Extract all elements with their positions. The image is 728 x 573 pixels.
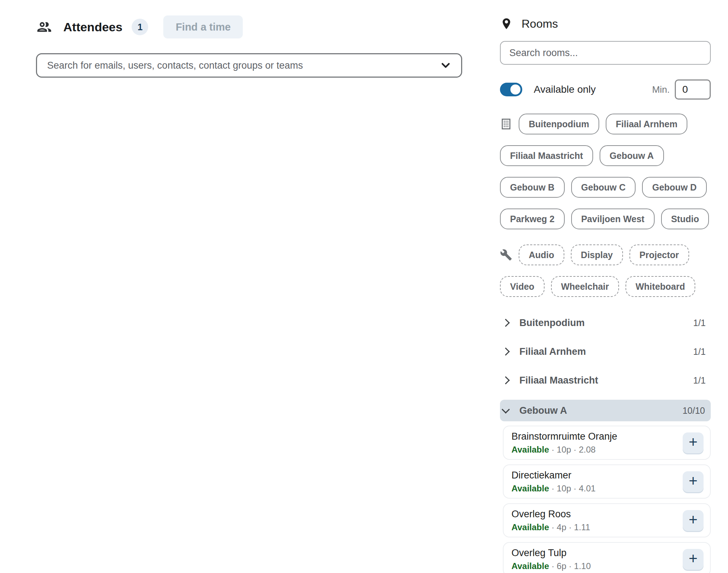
chip-label: Gebouw B (510, 182, 555, 193)
add-room-button[interactable]: + (683, 510, 704, 531)
chip-label: Studio (671, 214, 699, 224)
chip-label: Parkweg 2 (510, 214, 555, 224)
min-capacity-input[interactable] (675, 79, 711, 100)
group-name: Filiaal Maastricht (519, 375, 598, 386)
available-only-label: Available only (534, 84, 596, 95)
feature-filter-chip[interactable]: Projector (629, 244, 689, 265)
people-icon (36, 19, 53, 35)
room-card: Brainstormruimte Oranje Available · 10p … (503, 426, 711, 460)
building-filter-chip[interactable]: Studio (661, 208, 709, 229)
room-group-row[interactable]: Gebouw A 10/10 (500, 400, 711, 421)
feature-filters: Audio Display Projector Video Wheelchair… (500, 244, 711, 297)
room-name: Overleg Roos (511, 509, 702, 520)
chip-label: Gebouw A (610, 151, 654, 161)
room-cards-list: Brainstormruimte Oranje Available · 10p … (500, 426, 711, 573)
chip-label: Filiaal Maastricht (510, 151, 583, 161)
room-group-row[interactable]: Filiaal Maastricht 1/1 (500, 371, 711, 390)
room-card: Overleg Roos Available · 4p · 1.11 + (503, 503, 711, 537)
chip-label: Buitenpodium (529, 119, 589, 129)
group-count: 1/1 (693, 347, 706, 357)
room-meta: Available · 4p · 1.11 (511, 522, 702, 532)
feature-filter-chip[interactable]: Wheelchair (551, 276, 619, 297)
chip-label: Whiteboard (636, 281, 685, 292)
room-group-row[interactable]: Filiaal Arnhem 1/1 (500, 342, 711, 361)
building-filters: Buitenpodium Filiaal Arnhem Filiaal Maas… (500, 114, 711, 229)
building-filter-chip[interactable]: Gebouw A (600, 145, 664, 166)
attendee-search-input[interactable] (36, 53, 462, 78)
room-details: · 6p · 1.10 (549, 561, 591, 571)
room-groups-list: Buitenpodium 1/1 Filiaal Arnhem 1/1 Fili… (500, 313, 711, 573)
chevron-icon (502, 319, 510, 327)
group-name: Filiaal Arnhem (519, 346, 586, 357)
group-count: 10/10 (682, 405, 705, 416)
feature-filter-chip[interactable]: Whiteboard (625, 276, 695, 297)
find-a-time-button[interactable]: Find a time (163, 15, 243, 38)
room-details: · 10p · 2.08 (549, 445, 596, 454)
room-details: · 4p · 1.11 (549, 522, 590, 532)
attendees-count-badge: 1 (132, 19, 148, 35)
availability-filter-row: Available only Min. (500, 81, 711, 98)
chip-label: Projector (640, 250, 679, 260)
chevron-down-icon[interactable] (438, 58, 453, 73)
add-room-button[interactable]: + (683, 432, 704, 453)
room-name: Brainstormruimte Oranje (511, 431, 702, 442)
min-capacity-label: Min. (652, 84, 670, 95)
chip-label: Filiaal Arnhem (616, 119, 677, 129)
attendees-header: Attendees 1 Find a time (36, 15, 473, 39)
chevron-icon (502, 405, 510, 414)
room-name: Overleg Tulp (511, 547, 702, 559)
building-filter-chip[interactable]: Gebouw B (500, 177, 565, 198)
rooms-header: Rooms (500, 16, 711, 32)
building-filter-chip[interactable]: Filiaal Maastricht (500, 145, 593, 166)
chip-label: Display (581, 250, 613, 260)
room-status: Available (511, 483, 549, 493)
location-pin-icon (500, 17, 513, 30)
room-card: Directiekamer Available · 10p · 4.01 + (503, 464, 711, 499)
room-group-row[interactable]: Buitenpodium 1/1 (500, 313, 711, 332)
group-name: Gebouw A (519, 405, 567, 416)
chip-label: Wheelchair (561, 281, 609, 292)
chip-label: Gebouw C (581, 182, 626, 193)
group-count: 1/1 (693, 318, 706, 328)
toggle-knob (510, 84, 520, 95)
group-name: Buitenpodium (519, 317, 584, 329)
chevron-icon (502, 376, 510, 385)
chip-label: Paviljoen West (581, 214, 645, 224)
group-count: 1/1 (693, 375, 706, 386)
chevron-icon (502, 348, 510, 356)
feature-filter-chip[interactable]: Audio (519, 244, 564, 265)
building-filter-chip[interactable]: Buitenpodium (519, 114, 599, 134)
rooms-search-input[interactable] (500, 41, 711, 65)
room-meta: Available · 6p · 1.10 (511, 561, 702, 571)
attendees-panel: Attendees 1 Find a time (36, 15, 473, 78)
attendees-title: Attendees (63, 20, 122, 34)
feature-filter-chip[interactable]: Display (571, 244, 623, 265)
rooms-title: Rooms (522, 17, 558, 31)
building-filter-chip[interactable]: Paviljoen West (571, 208, 655, 229)
feature-filter-chip[interactable]: Video (500, 276, 545, 297)
chip-label: Audio (529, 250, 554, 260)
rooms-panel: Rooms Available only Min. Buitenpodium F… (500, 16, 711, 573)
add-room-button[interactable]: + (683, 549, 704, 570)
attendee-search (36, 53, 462, 78)
room-meta: Available · 10p · 4.01 (511, 483, 702, 494)
room-status: Available (511, 561, 549, 571)
add-room-button[interactable]: + (683, 471, 704, 492)
room-status: Available (511, 445, 549, 454)
room-meta: Available · 10p · 2.08 (511, 445, 702, 455)
room-name: Directiekamer (511, 470, 702, 481)
chip-label: Gebouw D (652, 182, 697, 193)
building-filter-chip[interactable]: Filiaal Arnhem (606, 114, 687, 134)
available-only-toggle[interactable] (500, 83, 522, 96)
building-filter-chip[interactable]: Parkweg 2 (500, 208, 565, 229)
building-icon (500, 118, 512, 130)
room-details: · 10p · 4.01 (549, 483, 596, 493)
building-filter-chip[interactable]: Gebouw D (642, 177, 707, 198)
wrench-icon (500, 249, 512, 261)
rooms-search (500, 41, 711, 65)
room-status: Available (511, 522, 549, 532)
building-filter-chip[interactable]: Gebouw C (571, 177, 636, 198)
chip-label: Video (510, 281, 534, 292)
room-card: Overleg Tulp Available · 6p · 1.10 + (503, 542, 711, 573)
